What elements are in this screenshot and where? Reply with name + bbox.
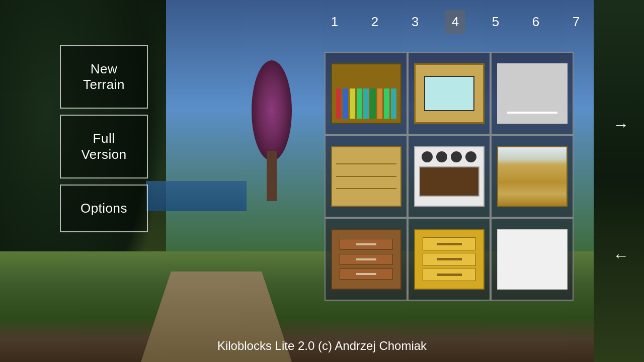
tab-1[interactable]: 1 xyxy=(325,10,345,34)
new-terrain-button[interactable]: NewTerrain xyxy=(60,45,148,109)
tree-right xyxy=(594,0,644,362)
oven-door xyxy=(419,166,479,197)
tab-5[interactable]: 5 xyxy=(486,10,506,34)
tv-screen xyxy=(424,76,474,111)
tab-7[interactable]: 7 xyxy=(566,10,586,34)
tab-6[interactable]: 6 xyxy=(526,10,546,34)
left-menu: NewTerrain FullVersion Options xyxy=(60,45,148,232)
block-bookshelf-cell[interactable] xyxy=(325,52,408,135)
block-tv-cell[interactable] xyxy=(408,52,491,135)
next-arrow-button[interactable]: → xyxy=(613,116,629,134)
burner-4 xyxy=(465,151,476,162)
drawer-yellow-block xyxy=(414,229,485,290)
empty-shelf-block xyxy=(497,63,568,124)
block-hay-cell[interactable] xyxy=(491,135,574,218)
footer-text: Kiloblocks Lite 2.0 (c) Andrzej Chomiak xyxy=(0,339,644,353)
full-version-button[interactable]: FullVersion xyxy=(60,115,148,178)
burner-1 xyxy=(422,151,433,162)
block-cabinet-cell[interactable] xyxy=(325,135,408,218)
block-oven-cell[interactable] xyxy=(408,135,491,218)
tv-block xyxy=(414,63,485,124)
cabinet-block xyxy=(331,146,401,207)
water xyxy=(146,181,247,211)
block-grid xyxy=(325,52,574,301)
bookshelf-block xyxy=(331,63,401,124)
burner-3 xyxy=(451,151,462,162)
block-white-cell[interactable] xyxy=(491,218,574,301)
cherry-tree xyxy=(242,60,302,201)
tab-2[interactable]: 2 xyxy=(365,10,385,34)
block-drawer-dark-cell[interactable] xyxy=(325,218,408,301)
tab-3[interactable]: 3 xyxy=(405,10,425,34)
white-block xyxy=(497,229,568,290)
hay-block xyxy=(497,146,568,207)
tab-bar: 1 2 3 4 5 6 7 xyxy=(325,10,586,34)
oven-block xyxy=(414,146,485,207)
tab-4[interactable]: 4 xyxy=(445,10,465,34)
options-button[interactable]: Options xyxy=(60,185,148,232)
block-empty-shelf-cell[interactable] xyxy=(491,52,574,135)
block-drawer-yellow-cell[interactable] xyxy=(408,218,491,301)
prev-arrow-button[interactable]: ← xyxy=(613,246,629,265)
drawer-dark-block xyxy=(331,229,401,290)
burner-2 xyxy=(436,151,447,162)
